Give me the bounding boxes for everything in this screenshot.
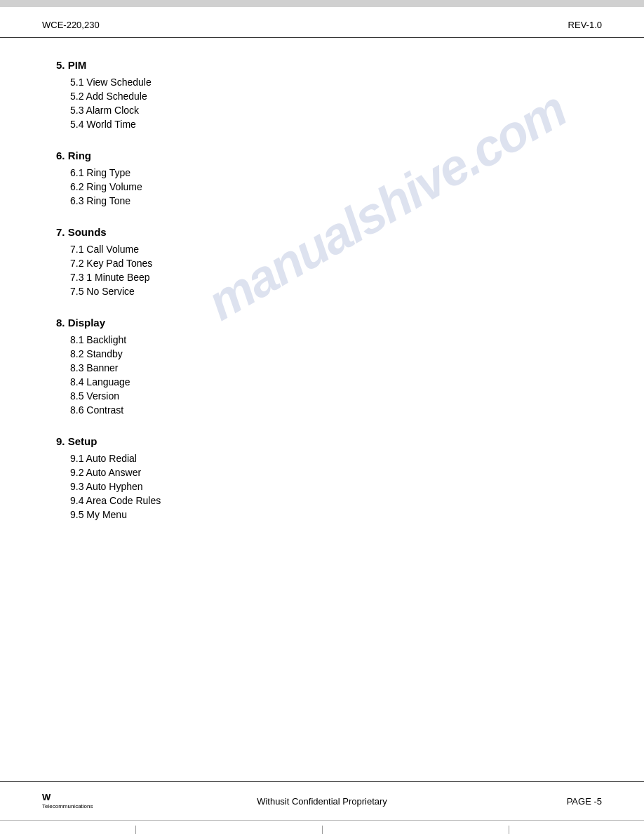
list-item: 5.1 View Schedule <box>56 77 588 88</box>
footer-logo-letter: W <box>42 792 51 802</box>
list-item: 7.3 1 Minute Beep <box>56 272 588 283</box>
list-item: 8.5 Version <box>56 390 588 402</box>
bottom-sep-3 <box>509 826 509 834</box>
section-pim: 5. PIM5.1 View Schedule5.2 Add Schedule5… <box>56 59 588 130</box>
bottom-sep-2 <box>322 826 323 834</box>
list-item: 6.2 Ring Volume <box>56 181 588 192</box>
footer-page-number: PAGE -5 <box>546 796 602 807</box>
section-ring: 6. Ring6.1 Ring Type6.2 Ring Volume6.3 R… <box>56 150 588 206</box>
list-item: 5.3 Alarm Clock <box>56 105 588 116</box>
footer-center-text: Withusit Confidential Proprietary <box>257 796 387 807</box>
list-item: 8.1 Backlight <box>56 334 588 345</box>
list-item: 7.1 Call Volume <box>56 244 588 255</box>
list-item: 8.6 Contrast <box>56 404 588 416</box>
list-item: 5.2 Add Schedule <box>56 91 588 102</box>
list-item: 6.3 Ring Tone <box>56 195 588 206</box>
list-item: 6.1 Ring Type <box>56 167 588 178</box>
section-title-display: 8. Display <box>56 317 588 329</box>
page-header: WCE-220,230 REV-1.0 <box>0 7 644 38</box>
section-display: 8. Display8.1 Backlight8.2 Standby8.3 Ba… <box>56 317 588 416</box>
list-item: 9.3 Auto Hyphen <box>56 481 588 492</box>
list-item: 7.5 No Service <box>56 286 588 297</box>
footer-logo: W Telecommunications <box>42 792 98 810</box>
list-item: 8.4 Language <box>56 376 588 388</box>
bottom-strip <box>0 820 644 834</box>
list-item: 9.1 Auto Redial <box>56 453 588 464</box>
list-item: 8.3 Banner <box>56 362 588 373</box>
page-content: manualshive.com 5. PIM5.1 View Schedule5… <box>0 38 644 781</box>
list-item: 9.4 Area Code Rules <box>56 495 588 506</box>
bottom-sep-1 <box>135 826 136 834</box>
list-item: 7.2 Key Pad Tones <box>56 258 588 269</box>
section-sounds: 7. Sounds7.1 Call Volume7.2 Key Pad Tone… <box>56 226 588 297</box>
section-setup: 9. Setup9.1 Auto Redial9.2 Auto Answer9.… <box>56 435 588 520</box>
page: WCE-220,230 REV-1.0 manualshive.com 5. P… <box>0 7 644 834</box>
list-item: 8.2 Standby <box>56 348 588 359</box>
section-title-pim: 5. PIM <box>56 59 588 71</box>
section-title-setup: 9. Setup <box>56 435 588 447</box>
page-footer: W Telecommunications Withusit Confidenti… <box>0 781 644 820</box>
list-item: 5.4 World Time <box>56 119 588 130</box>
header-model: WCE-220,230 <box>42 20 100 30</box>
list-item: 9.5 My Menu <box>56 509 588 520</box>
section-title-ring: 6. Ring <box>56 150 588 161</box>
list-item: 9.2 Auto Answer <box>56 467 588 478</box>
section-title-sounds: 7. Sounds <box>56 226 588 238</box>
header-revision: REV-1.0 <box>568 20 602 30</box>
footer-logo-sub: Telecommunications <box>42 803 93 810</box>
